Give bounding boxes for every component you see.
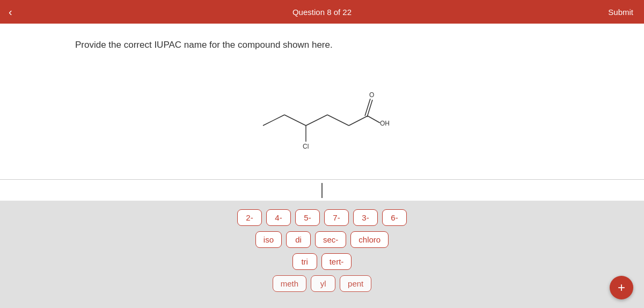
key-tri[interactable]: tri	[292, 253, 317, 270]
keyboard-area: 2- 4- 5- 7- 3- 6- iso di sec- chloro tri…	[0, 201, 644, 308]
submit-button[interactable]: Submit	[608, 8, 633, 17]
key-row-3: tri tert-	[292, 253, 352, 270]
fab-button[interactable]: +	[610, 276, 633, 299]
svg-text:O: O	[369, 91, 374, 99]
svg-line-1	[284, 115, 306, 126]
key-iso[interactable]: iso	[255, 231, 282, 248]
key-chloro[interactable]: chloro	[350, 231, 389, 248]
key-meth[interactable]: meth	[273, 275, 306, 292]
header: ‹ Question 8 of 22 Submit	[0, 0, 644, 24]
key-sec[interactable]: sec-	[315, 231, 346, 248]
text-cursor	[321, 183, 323, 198]
svg-line-5	[327, 115, 349, 126]
svg-line-7	[365, 99, 370, 116]
back-button[interactable]: ‹	[9, 6, 12, 18]
molecule-diagram: Cl O OH	[0, 61, 644, 179]
svg-line-0	[263, 115, 284, 126]
key-7-[interactable]: 7-	[324, 209, 349, 226]
key-4-[interactable]: 4-	[266, 209, 291, 226]
key-row-2: iso di sec- chloro	[255, 231, 389, 248]
svg-line-6	[349, 116, 368, 126]
svg-line-10	[368, 116, 380, 123]
key-pent[interactable]: pent	[340, 275, 371, 292]
key-3-[interactable]: 3-	[353, 209, 378, 226]
key-5-[interactable]: 5-	[295, 209, 320, 226]
svg-line-4	[306, 115, 327, 126]
svg-text:Cl: Cl	[303, 143, 309, 150]
question-counter: Question 8 of 22	[292, 8, 352, 17]
key-row-1: 2- 4- 5- 7- 3- 6-	[237, 209, 407, 226]
key-yl[interactable]: yl	[311, 275, 335, 292]
question-area: Provide the correct IUPAC name for the c…	[0, 24, 644, 201]
answer-area[interactable]	[0, 179, 644, 201]
svg-text:OH: OH	[380, 120, 390, 127]
fab-icon: +	[618, 280, 625, 295]
back-icon: ‹	[9, 6, 12, 18]
key-tert[interactable]: tert-	[321, 253, 352, 270]
key-row-4: meth yl pent	[273, 275, 372, 292]
svg-line-8	[367, 100, 372, 117]
molecule-svg: Cl O OH	[247, 85, 397, 155]
key-6-[interactable]: 6-	[382, 209, 407, 226]
key-di[interactable]: di	[286, 231, 311, 248]
question-text: Provide the correct IUPAC name for the c…	[75, 40, 333, 50]
key-2-[interactable]: 2-	[237, 209, 262, 226]
